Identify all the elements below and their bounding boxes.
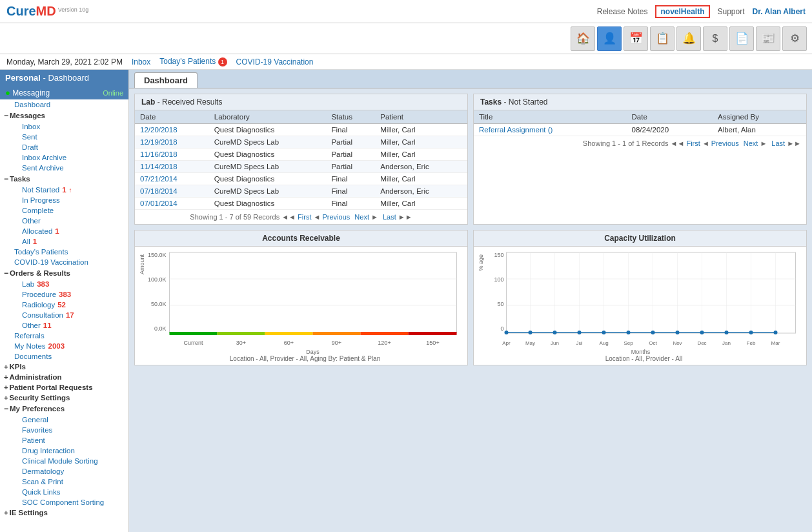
sidebar-item-consultation[interactable]: Consultation 17 [0, 310, 128, 320]
sidebar-item-referrals[interactable]: Referrals [0, 331, 128, 341]
info-bar: Monday, March 29, 2021 2:02 PM Inbox Tod… [0, 54, 812, 70]
doctor-name[interactable]: Dr. Alan Albert [753, 7, 806, 16]
svg-text:50.0K: 50.0K [151, 301, 167, 307]
tasks-first-link[interactable]: First [686, 139, 700, 147]
settings-icon-btn[interactable]: ⚙ [782, 26, 807, 51]
lab-date-link[interactable]: 07/21/2014 [140, 175, 178, 183]
reports-icon-btn[interactable]: 📄 [729, 26, 754, 51]
sidebar-item-todays-patients[interactable]: Today's Patients [0, 247, 128, 257]
sidebar-item-messages[interactable]: − Messages [0, 110, 128, 121]
svg-text:Months: Months [631, 349, 651, 355]
dashboard-tab[interactable]: Dashboard [134, 72, 198, 88]
sidebar-item-other-orders[interactable]: Other 11 [0, 320, 128, 331]
alerts-icon-btn[interactable]: 🔔 [676, 26, 701, 51]
covid-link[interactable]: COVID-19 Vaccination [236, 57, 314, 66]
tasks-next-link[interactable]: Next [744, 139, 758, 147]
svg-rect-14 [409, 332, 457, 335]
billing-icon-btn[interactable]: $ [703, 26, 727, 51]
lab-date-cell: 11/14/2018 [135, 161, 209, 173]
svg-text:Jan: Jan [722, 340, 731, 346]
sidebar-item-favorites[interactable]: Favorites [0, 425, 128, 435]
sidebar-item-dermatology[interactable]: Dermatology [0, 466, 128, 476]
sidebar-item-all-tasks[interactable]: All 1 [0, 236, 128, 247]
lab-date-cell: 07/21/2014 [135, 173, 209, 185]
lab-pagination-links: ◄◄ [281, 213, 298, 221]
sidebar-item-soc-sorting[interactable]: SOC Component Sorting [0, 497, 128, 507]
capacity-panel-header: Capacity Utilization [474, 230, 806, 247]
lab-date-link[interactable]: 11/14/2018 [140, 163, 178, 170]
sidebar-item-in-progress[interactable]: In Progress [0, 195, 128, 205]
lab-lab-cell: CureMD Specs Lab [209, 185, 327, 198]
lab-first-link[interactable]: First [298, 213, 311, 221]
lab-status-cell: Partial [326, 136, 375, 148]
lab-subtitle: - [157, 97, 162, 107]
sidebar-item-quick-links[interactable]: Quick Links [0, 487, 128, 497]
lab-date-link[interactable]: 07/01/2014 [140, 200, 178, 207]
novelhealth-button[interactable]: novelHealth [655, 5, 709, 18]
sidebar-item-my-preferences[interactable]: − My Preferences [0, 403, 128, 414]
sidebar-item-sent[interactable]: Sent [0, 132, 128, 142]
sidebar-item-covid[interactable]: COVID-19 Vaccination [0, 257, 128, 267]
lab-last-icon: ►► [398, 213, 412, 221]
inbox-link[interactable]: Inbox [132, 57, 150, 66]
tasks-panel-header: Tasks - Not Started [474, 94, 806, 110]
lab-date-link[interactable]: 12/19/2018 [140, 138, 178, 146]
calendar-icon-btn[interactable]: 📅 [624, 26, 648, 51]
sidebar-item-orders[interactable]: − Orders & Results [0, 267, 128, 279]
sidebar-item-ie-settings[interactable]: + IE Settings [0, 507, 128, 518]
sidebar-item-my-notes[interactable]: My Notes 2003 [0, 341, 128, 351]
sidebar-item-other-tasks[interactable]: Other [0, 216, 128, 226]
svg-text:Days: Days [306, 349, 320, 355]
svg-text:Aug: Aug [599, 340, 608, 346]
support-link[interactable]: Support [718, 7, 745, 16]
table-row: 12/20/2018 Quest Diagnostics Final Mille… [135, 124, 467, 136]
lab-prev-link[interactable]: Previous [322, 213, 350, 221]
ar-title: Accounts Receivable [262, 234, 340, 243]
sidebar-item-inbox[interactable]: Inbox [0, 121, 128, 132]
lab-date-cell: 11/16/2018 [135, 148, 209, 161]
lab-next-link[interactable]: Next [354, 213, 369, 221]
sidebar-item-security[interactable]: + Security Settings [0, 393, 128, 403]
lab-status-cell: Final [326, 185, 375, 198]
release-notes-link[interactable]: Release Notes [597, 7, 648, 16]
sidebar-item-not-started[interactable]: Not Started 1↑ [0, 185, 128, 195]
capacity-chart-svg: 150 100 50 0 [485, 249, 802, 356]
sidebar-item-procedure[interactable]: Procedure 383 [0, 289, 128, 300]
tasks-prev-link[interactable]: Previous [711, 139, 739, 147]
sidebar-item-general[interactable]: General [0, 414, 128, 425]
documents-icon-btn[interactable]: 📋 [650, 26, 675, 51]
patients-icon-btn[interactable]: 👤 [597, 26, 622, 51]
sidebar-item-sent-archive[interactable]: Sent Archive [0, 163, 128, 173]
sidebar-item-tasks[interactable]: − Tasks [0, 173, 128, 185]
lab-last-link[interactable]: Last [383, 213, 396, 221]
lab-date-link[interactable]: 07/18/2014 [140, 187, 178, 195]
datetime: Monday, March 29, 2021 2:02 PM [6, 57, 123, 66]
sidebar-item-kpis[interactable]: + KPIs [0, 362, 128, 372]
tasks-last-link[interactable]: Last [771, 139, 785, 147]
dashboard-grid: Lab - Received Results Date Laboratory S… [129, 88, 812, 371]
sidebar-item-lab[interactable]: Lab 383 [0, 279, 128, 289]
sidebar-item-administration[interactable]: + Administration [0, 372, 128, 382]
sidebar-item-allocated[interactable]: Allocated 1 [0, 226, 128, 236]
sidebar-item-documents[interactable]: Documents [0, 351, 128, 362]
lab-date-link[interactable]: 12/20/2018 [140, 126, 178, 134]
sidebar-item-complete[interactable]: Complete [0, 205, 128, 216]
sidebar-item-clinical-module[interactable]: Clinical Module Sorting [0, 456, 128, 466]
lab-pagination: Showing 1 - 7 of 59 Records ◄◄ First ◄ P… [135, 210, 467, 224]
sidebar-item-scan-print[interactable]: Scan & Print [0, 476, 128, 487]
logo-md: MD [36, 4, 56, 19]
sidebar-item-dashboard[interactable]: Dashboard [0, 99, 128, 110]
ar-y-axis-label: Amount [139, 254, 145, 274]
lab-next-icon: ► [371, 213, 378, 221]
sidebar-item-patient-portal[interactable]: + Patient Portal Requests [0, 382, 128, 393]
sidebar-item-radiology[interactable]: Radiology 52 [0, 300, 128, 310]
home-icon-btn[interactable]: 🏠 [571, 26, 595, 51]
sidebar-item-patient[interactable]: Patient [0, 435, 128, 445]
news-icon-btn[interactable]: 📰 [756, 26, 780, 51]
sidebar-item-draft[interactable]: Draft [0, 142, 128, 152]
today-patients-link[interactable]: Today's Patients 1 [159, 57, 227, 66]
task-title-link[interactable]: Referral Assignment () [479, 126, 553, 134]
sidebar-item-inbox-archive[interactable]: Inbox Archive [0, 152, 128, 163]
sidebar-item-drug-interaction[interactable]: Drug Interaction [0, 445, 128, 456]
lab-date-link[interactable]: 11/16/2018 [140, 150, 178, 158]
